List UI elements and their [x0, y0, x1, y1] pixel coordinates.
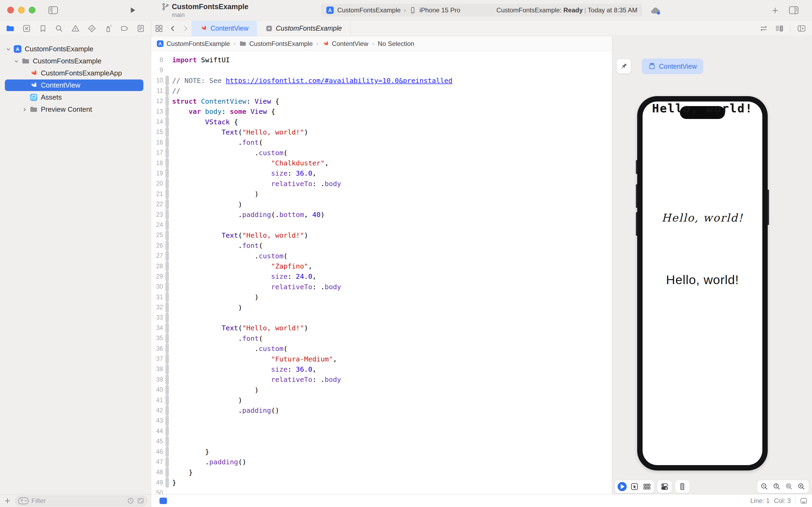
- related-items-swap-icon[interactable]: [759, 24, 768, 33]
- code-line-25[interactable]: 25 Text("Hello, world!"): [151, 230, 612, 240]
- code-line-29[interactable]: 29 size: 24.0,: [151, 271, 612, 281]
- back-button[interactable]: [167, 21, 179, 36]
- zoom-in-icon[interactable]: [795, 481, 808, 493]
- filter-options-icon[interactable]: [18, 497, 29, 504]
- toggle-inspector-icon[interactable]: [789, 6, 799, 14]
- code-line-17[interactable]: 17 .custom(: [151, 148, 612, 158]
- code-line-43[interactable]: 43: [151, 416, 612, 426]
- breadcrumb-group[interactable]: CustomFontsExample: [239, 40, 312, 48]
- sidebar-item-assets[interactable]: Assets: [0, 91, 151, 103]
- minimap-options-icon[interactable]: [775, 24, 784, 33]
- code-line-16[interactable]: 16 .font(: [151, 137, 612, 148]
- code-line-45[interactable]: 45: [151, 436, 612, 446]
- code-line-22[interactable]: 22 ): [151, 199, 612, 209]
- code-line-15[interactable]: 15 Text("Hello, world!"): [151, 127, 612, 137]
- breadcrumb-file[interactable]: ContentView: [322, 40, 368, 48]
- code-line-49[interactable]: 49}: [151, 477, 612, 488]
- scheme-device-name[interactable]: iPhone 15 Pro: [419, 6, 460, 14]
- tab-customfontsexample[interactable]: CustomFontsExample: [257, 21, 351, 36]
- code-line-8[interactable]: 8import SwiftUI: [151, 55, 612, 65]
- zoom-window-button[interactable]: [29, 7, 36, 13]
- add-file-button[interactable]: [4, 497, 11, 505]
- code-line-35[interactable]: 35 .font(: [151, 333, 612, 343]
- code-line-24[interactable]: 24: [151, 220, 612, 230]
- scheme-selector[interactable]: CustomFontsExample › iPhone 15 Pro Custo…: [321, 4, 642, 17]
- code-line-13[interactable]: 13 var body: some View {: [151, 106, 612, 117]
- code-line-10[interactable]: 10// NOTE: See https://iosfontlist.com/#…: [151, 75, 612, 86]
- disclosure-open-icon[interactable]: [12, 57, 21, 66]
- find-icon[interactable]: [54, 23, 64, 34]
- zoom-100-icon[interactable]: [771, 481, 783, 493]
- sidebar-item-preview-content[interactable]: Preview Content: [0, 103, 151, 115]
- code-line-20[interactable]: 20 relativeTo: .body: [151, 179, 612, 189]
- code-line-21[interactable]: 21 ): [151, 189, 612, 199]
- tab-contentview[interactable]: ContentView: [191, 21, 257, 36]
- device-preview-icon[interactable]: [676, 481, 689, 493]
- pin-preview-button[interactable]: [617, 59, 631, 73]
- reports-icon[interactable]: [135, 23, 146, 34]
- breadcrumb-selection[interactable]: No Selection: [378, 40, 414, 48]
- close-window-button[interactable]: [7, 7, 14, 13]
- issues-icon[interactable]: [70, 23, 81, 34]
- sidebar-item-customfontsexampleapp[interactable]: CustomFontsExampleApp: [0, 67, 151, 79]
- sidebar-item-customfontsexample[interactable]: CustomFontsExample: [0, 43, 151, 55]
- filter-input[interactable]: Filter: [15, 496, 147, 506]
- code-line-18[interactable]: 18 "Chalkduster",: [151, 158, 612, 168]
- code-line-33[interactable]: 33: [151, 313, 612, 323]
- code-line-12[interactable]: 12struct ContentView: View {: [151, 96, 612, 106]
- add-tab-button[interactable]: [771, 6, 779, 14]
- selectable-preview-icon[interactable]: [628, 481, 641, 493]
- zoom-out-icon[interactable]: [758, 481, 771, 493]
- zoom-fit-icon[interactable]: [783, 481, 795, 493]
- debug-icon[interactable]: [103, 23, 114, 34]
- source-control-icon[interactable]: [21, 23, 32, 34]
- code-line-44[interactable]: 44: [151, 426, 612, 436]
- code-line-30[interactable]: 30 relativeTo: .body: [151, 282, 612, 292]
- code-line-39[interactable]: 39 relativeTo: .body: [151, 374, 612, 385]
- bookmarks-icon[interactable]: [38, 23, 48, 34]
- code-line-40[interactable]: 40 ): [151, 385, 612, 395]
- code-line-23[interactable]: 23 .padding(.bottom, 40): [151, 210, 612, 220]
- add-editor-icon[interactable]: [797, 24, 806, 33]
- code-line-37[interactable]: 37 "Futura-Medium",: [151, 354, 612, 364]
- code-line-19[interactable]: 19 size: 36.0,: [151, 168, 612, 178]
- code-line-28[interactable]: 28 "Zapfino",: [151, 261, 612, 271]
- code-line-36[interactable]: 36 .custom(: [151, 343, 612, 354]
- disclosure-closed-icon[interactable]: [20, 105, 29, 114]
- code-line-41[interactable]: 41 ): [151, 395, 612, 405]
- source-control-filter-icon[interactable]: [137, 497, 144, 504]
- code-line-46[interactable]: 46 }: [151, 447, 612, 457]
- code-line-14[interactable]: 14 VStack {: [151, 117, 612, 127]
- disclosure-open-icon[interactable]: [4, 45, 13, 54]
- forward-button[interactable]: [179, 21, 191, 36]
- device-settings-icon[interactable]: [658, 481, 671, 493]
- breadcrumb-project[interactable]: CustomFontsExample: [157, 40, 230, 48]
- code-line-47[interactable]: 47 .padding(): [151, 457, 612, 467]
- code-line-27[interactable]: 27 .custom(: [151, 250, 612, 261]
- code-line-9[interactable]: 9: [151, 65, 612, 75]
- project-navigator-icon[interactable]: [5, 23, 15, 34]
- code-area[interactable]: 8import SwiftUI910// NOTE: See https://i…: [151, 51, 612, 494]
- code-line-48[interactable]: 48 }: [151, 467, 612, 477]
- editor-display-icon[interactable]: [800, 497, 808, 505]
- code-line-11[interactable]: 11//: [151, 86, 612, 96]
- minimize-window-button[interactable]: [18, 7, 25, 13]
- preview-target-chip[interactable]: ContentView: [642, 59, 703, 74]
- code-line-42[interactable]: 42 .padding(): [151, 405, 612, 415]
- run-button[interactable]: [128, 6, 137, 14]
- sidebar-item-customfontsexample[interactable]: CustomFontsExample: [0, 55, 151, 67]
- live-preview-button[interactable]: [616, 481, 628, 493]
- editor-mode-indicator[interactable]: [160, 498, 167, 504]
- tests-icon[interactable]: [86, 23, 97, 34]
- preview-variants-icon[interactable]: [641, 481, 653, 493]
- code-line-34[interactable]: 34 Text("Hello, world!"): [151, 323, 612, 333]
- scheme-project-name[interactable]: CustomFontsExample: [337, 6, 401, 14]
- code-line-50[interactable]: 50: [151, 488, 612, 494]
- recent-files-clock-icon[interactable]: [127, 497, 134, 504]
- code-line-26[interactable]: 26 .font(: [151, 240, 612, 250]
- code-line-31[interactable]: 31 ): [151, 292, 612, 302]
- editor-grid-icon[interactable]: [151, 21, 167, 36]
- toggle-navigator-icon[interactable]: [48, 6, 58, 14]
- jump-bar[interactable]: CustomFontsExample › CustomFontsExample …: [151, 37, 612, 51]
- sidebar-item-contentview[interactable]: ContentView: [0, 79, 151, 91]
